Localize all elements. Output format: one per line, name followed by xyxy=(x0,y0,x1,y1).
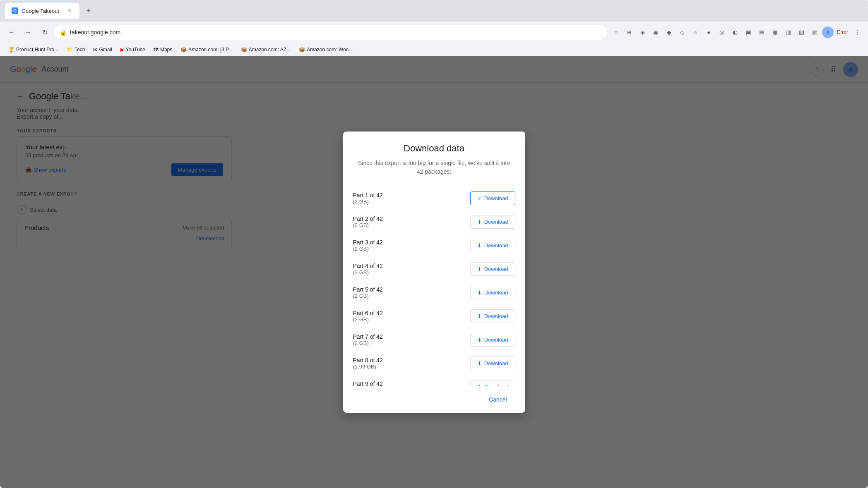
extension-icon-7[interactable]: ● xyxy=(703,26,714,38)
part-8-info: Part 8 of 42 (1.99 GB) xyxy=(353,357,383,370)
download-part-1-button[interactable]: ✓ Download xyxy=(470,191,515,205)
part-7-info: Part 7 of 42 (2 GB) xyxy=(353,333,383,346)
bookmark-maps[interactable]: 🗺 Maps xyxy=(150,45,176,54)
download-icon-7: ⬇ xyxy=(477,337,482,343)
profile-button[interactable]: A xyxy=(822,26,834,38)
error-button[interactable]: Error xyxy=(835,26,850,38)
refresh-button[interactable]: ↻ xyxy=(38,26,51,39)
extension-icon-1[interactable]: ⊕ xyxy=(623,26,635,38)
browser-tab[interactable]: G Google Takeout × xyxy=(5,3,79,19)
bookmark-gmail[interactable]: ✉ Gmail xyxy=(90,45,115,54)
bookmark-label-amazon1: Amazon.com: [3 P... xyxy=(188,47,233,53)
download-part-2: Part 2 of 42 (2 GB) ⬇ Download xyxy=(343,210,525,234)
bookmark-label-amazon2: Amazon.com: AZ... xyxy=(249,47,291,53)
bookmark-icon-youtube: ▶ xyxy=(120,47,124,53)
download-part-9-button[interactable]: ⬇ Download xyxy=(470,380,515,386)
download-part-6-label: Download xyxy=(484,313,508,319)
part-8-size: (1.99 GB) xyxy=(353,364,383,370)
new-tab-button[interactable]: + xyxy=(83,5,94,17)
part-4-info: Part 4 of 42 (2 GB) xyxy=(353,263,383,275)
download-part-6-button[interactable]: ⬇ Download xyxy=(470,309,515,323)
bookmark-amazon1[interactable]: 📦 Amazon.com: [3 P... xyxy=(177,45,236,54)
back-button[interactable]: ← xyxy=(5,26,18,39)
bookmark-icon-amazon2: 📦 xyxy=(241,47,247,53)
download-part-1-label: Download xyxy=(484,195,508,201)
download-part-2-button[interactable]: ⬇ Download xyxy=(470,215,515,229)
part-9-label: Part 9 of 42 xyxy=(353,380,383,386)
extension-icon-12[interactable]: ▦ xyxy=(769,26,781,38)
dialog-body[interactable]: Part 1 of 42 (2 GB) ✓ Download Part 2 of… xyxy=(343,183,525,386)
part-6-info: Part 6 of 42 (2 GB) xyxy=(353,310,383,323)
part-1-info: Part 1 of 42 (2 GB) xyxy=(353,192,383,205)
download-part-6: Part 6 of 42 (2 GB) ⬇ Download xyxy=(343,304,525,328)
extension-icon-8[interactable]: ◎ xyxy=(716,26,728,38)
download-part-5: Part 5 of 42 (2 GB) ⬇ Download xyxy=(343,281,525,304)
part-5-label: Part 5 of 42 xyxy=(353,286,383,293)
part-3-label: Part 3 of 42 xyxy=(353,239,383,246)
toolbar-icons: ☆ ⊕ ◈ ◉ ◆ ◇ ○ ● ◎ ◐ ▣ ▤ ▦ ▥ ▧ ▨ A Error … xyxy=(610,26,863,38)
forward-button[interactable]: → xyxy=(22,26,35,39)
download-part-5-button[interactable]: ⬇ Download xyxy=(470,286,515,299)
browser-toolbar: ← → ↻ 🔒 takeout.google.com ☆ ⊕ ◈ ◉ ◆ ◇ ○… xyxy=(0,22,868,43)
download-icon-3: ⬇ xyxy=(477,242,482,249)
download-part-8-label: Download xyxy=(484,360,508,366)
bookmark-icon[interactable]: ☆ xyxy=(610,26,622,38)
bookmark-icon-tech: 📁 xyxy=(67,47,73,53)
download-icon-6: ⬇ xyxy=(477,313,482,319)
download-icon-8: ⬇ xyxy=(477,360,482,366)
extension-icon-15[interactable]: ▨ xyxy=(809,26,820,38)
more-menu-button[interactable]: ⋮ xyxy=(851,26,863,38)
part-4-size: (2 GB) xyxy=(353,269,383,275)
extension-icon-4[interactable]: ◆ xyxy=(663,26,675,38)
extension-icon-3[interactable]: ◉ xyxy=(650,26,661,38)
address-bar[interactable]: 🔒 takeout.google.com xyxy=(55,25,607,40)
browser-window: G Google Takeout × + ← → ↻ 🔒 takeout.goo… xyxy=(0,0,868,488)
part-1-label: Part 1 of 42 xyxy=(353,192,383,199)
extension-icon-9[interactable]: ◐ xyxy=(729,26,741,38)
url-text: takeout.google.com xyxy=(70,29,120,36)
download-part-3-button[interactable]: ⬇ Download xyxy=(470,239,515,252)
dialog-title: Download data xyxy=(355,143,514,154)
download-part-3: Part 3 of 42 (2 GB) ⬇ Download xyxy=(343,234,525,257)
extension-icon-11[interactable]: ▤ xyxy=(756,26,767,38)
download-part-4-label: Download xyxy=(484,266,508,272)
download-part-1: Part 1 of 42 (2 GB) ✓ Download xyxy=(343,187,525,210)
bookmark-label-youtube: YouTube xyxy=(126,47,145,53)
bookmark-youtube[interactable]: ▶ YouTube xyxy=(117,45,149,54)
part-2-size: (2 GB) xyxy=(353,222,383,228)
bookmark-label-amazon3: Amazon.com: Woo... xyxy=(307,47,353,53)
download-part-5-label: Download xyxy=(484,289,508,296)
extension-icon-5[interactable]: ◇ xyxy=(676,26,688,38)
page-content: Google Account ? ⠿ A ← Google Take... xyxy=(0,56,868,488)
part-1-size: (2 GB) xyxy=(353,199,383,205)
bookmarks-bar: 🏆 Product Hunt Pro... 📁 Tech ✉ Gmail ▶ Y… xyxy=(0,43,868,56)
dialog-subtitle: Since this export is too big for a singl… xyxy=(355,159,514,176)
download-part-7-label: Download xyxy=(484,337,508,343)
bookmark-icon-amazon1: 📦 xyxy=(180,47,187,53)
download-part-4-button[interactable]: ⬇ Download xyxy=(470,262,515,276)
cancel-button[interactable]: Cancel xyxy=(481,393,515,406)
bookmark-label-product-hunt: Product Hunt Pro... xyxy=(16,47,58,53)
bookmark-tech[interactable]: 📁 Tech xyxy=(63,45,88,54)
bookmark-amazon3[interactable]: 📦 Amazon.com: Woo... xyxy=(296,45,356,54)
tab-favicon: G xyxy=(12,7,18,14)
part-5-size: (2 GB) xyxy=(353,293,383,299)
bookmark-product-hunt[interactable]: 🏆 Product Hunt Pro... xyxy=(5,45,62,54)
tab-close-button[interactable]: × xyxy=(66,7,73,14)
extension-icon-10[interactable]: ▣ xyxy=(743,26,754,38)
extension-icon-14[interactable]: ▧ xyxy=(796,26,807,38)
extension-icon-13[interactable]: ▥ xyxy=(782,26,794,38)
download-part-7-button[interactable]: ⬇ Download xyxy=(470,333,515,347)
part-6-size: (2 GB) xyxy=(353,316,383,323)
download-part-8-button[interactable]: ⬇ Download xyxy=(470,356,515,370)
download-part-8: Part 8 of 42 (1.99 GB) ⬇ Download xyxy=(343,352,525,375)
download-part-2-label: Download xyxy=(484,219,508,225)
extension-icon-2[interactable]: ◈ xyxy=(637,26,648,38)
dialog-header: Download data Since this export is too b… xyxy=(343,132,525,183)
part-3-info: Part 3 of 42 (2 GB) xyxy=(353,239,383,252)
part-2-info: Part 2 of 42 (2 GB) xyxy=(353,215,383,228)
part-4-label: Part 4 of 42 xyxy=(353,263,383,269)
bookmark-amazon2[interactable]: 📦 Amazon.com: AZ... xyxy=(238,45,294,54)
browser-titlebar: G Google Takeout × + xyxy=(0,0,868,22)
extension-icon-6[interactable]: ○ xyxy=(690,26,701,38)
